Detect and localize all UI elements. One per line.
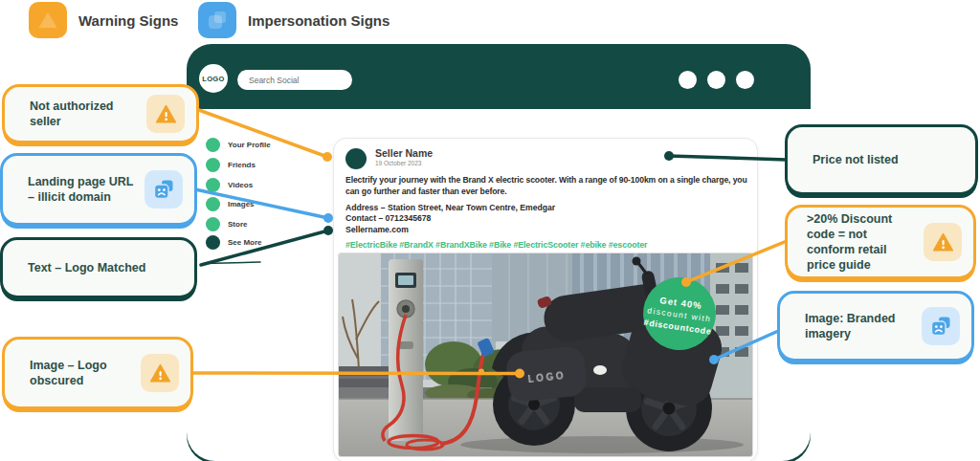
sidebar-item-friends[interactable]: Friends: [206, 158, 256, 172]
post-date: 19 October 2023: [375, 160, 421, 166]
legend-warning-label: Warning Signs: [78, 12, 178, 29]
window-dot-3[interactable]: [736, 71, 754, 89]
sidebar-label: Your Profile: [228, 141, 271, 149]
callout-label: Text – Logo Matched: [28, 260, 145, 275]
post-body-text: Electrify your journey with the Brand X …: [345, 175, 751, 198]
legend-impersonation: Impersonation Signs: [198, 2, 390, 38]
callout-label: Price not listed: [813, 152, 899, 167]
social-post-card: Seller Name 19 October 2023 Electrify yo…: [333, 138, 758, 461]
store-icon: [206, 217, 220, 231]
window-dot-2[interactable]: [707, 71, 725, 89]
search-placeholder: Search Social: [249, 76, 299, 85]
friends-icon: [206, 158, 220, 172]
images-icon: [206, 197, 220, 211]
callout-label: Landing page URL – illicit domain: [28, 174, 137, 206]
videos-icon: [206, 178, 220, 192]
window-dot-1[interactable]: [679, 71, 697, 89]
callout-branded-imagery: Image: Branded imagery: [777, 291, 974, 362]
sidebar-label: Friends: [228, 161, 256, 169]
legend-impersonation-label: Impersonation Signs: [248, 12, 390, 29]
post-contact-block: Address – Station Street, Near Town Cent…: [345, 203, 751, 235]
callout-label: >20% Discount code = not conform retail …: [807, 211, 916, 274]
callout-price-not-listed: Price not listed: [785, 124, 978, 195]
charging-station: [389, 259, 423, 441]
post-website-link[interactable]: Sellername.com: [345, 225, 751, 235]
sidebar-label: Store: [228, 220, 247, 229]
warning-icon: [924, 223, 962, 261]
scooter-photo-illustration: LOGO Get 40% discount with #discountcode: [339, 253, 753, 457]
callout-not-authorized-seller: Not authorized seller: [2, 84, 199, 143]
browser-header: LOGO Search Social: [187, 44, 811, 109]
impersonation-legend-icon: [198, 2, 236, 38]
sidebar-label: Videos: [228, 181, 253, 189]
callout-label: Image: Branded imagery: [805, 311, 914, 342]
sidebar-item-your-profile[interactable]: Your Profile: [206, 138, 271, 152]
browser-window: LOGO Search Social Your Profile Friends …: [187, 44, 811, 461]
search-input[interactable]: Search Social: [237, 70, 352, 90]
seller-name[interactable]: Seller Name: [375, 147, 433, 159]
legend-warning: Warning Signs: [29, 2, 178, 38]
impersonation-icon: [922, 307, 960, 345]
callout-text-logo-matched: Text – Logo Matched: [0, 237, 197, 298]
impersonation-icon: [145, 170, 183, 209]
callout-image-logo-obscured: Image – Logo obscured: [2, 337, 193, 409]
warning-icon: [141, 354, 179, 392]
sidebar-label: See More: [228, 238, 262, 247]
sidebar-item-see-more[interactable]: See More: [206, 235, 262, 250]
callout-label: Image – Logo obscured: [30, 358, 133, 389]
infographic-canvas: Warning Signs Impersonation Signs LOGO S…: [0, 0, 980, 461]
see-more-icon: [206, 235, 220, 250]
callout-landing-page-url: Landing page URL – illicit domain: [0, 153, 197, 226]
sidebar-item-videos[interactable]: Videos: [206, 178, 253, 192]
profile-icon: [206, 138, 220, 152]
post-address-line: Address – Station Street, Near Town Cent…: [345, 203, 751, 213]
callout-label: Not authorized seller: [30, 99, 139, 130]
app-logo[interactable]: LOGO: [199, 64, 228, 93]
sidebar-item-images[interactable]: Images: [206, 197, 255, 211]
sidebar-item-store[interactable]: Store: [206, 217, 247, 231]
sidebar-label: Images: [228, 200, 255, 209]
post-hashtags[interactable]: #ElectricBike #BrandX #BrandXBike #Bike …: [345, 240, 751, 250]
callout-discount-code: >20% Discount code = not conform retail …: [785, 205, 976, 279]
post-photo-scooter: LOGO Get 40% discount with #discountcode: [338, 252, 753, 457]
post-contact-line: Contact – 0712345678: [345, 213, 751, 224]
seller-avatar[interactable]: [345, 148, 367, 169]
warning-legend-icon: [29, 2, 67, 38]
warning-icon: [146, 95, 185, 133]
